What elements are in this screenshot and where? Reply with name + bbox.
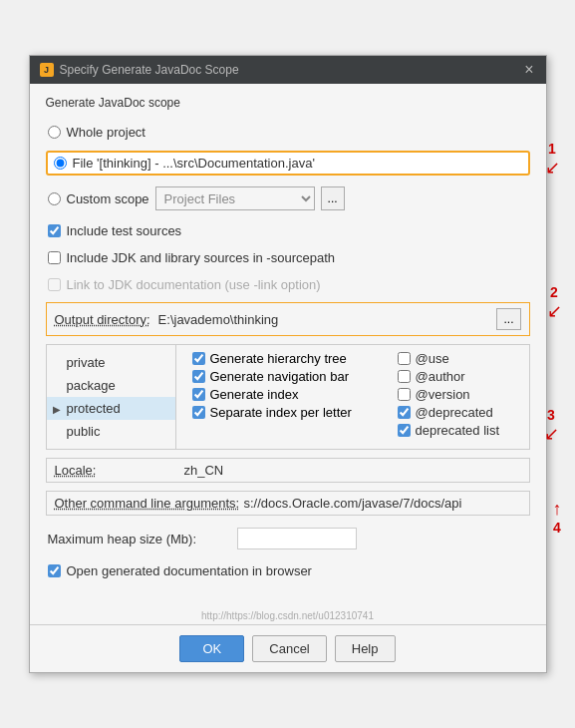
ok-button[interactable]: OK xyxy=(179,635,244,662)
include-jdk-label: Include JDK and library sources in -sour… xyxy=(67,250,336,265)
gen-navbar-checkbox[interactable] xyxy=(192,370,205,383)
output-browse-button[interactable]: ... xyxy=(496,308,520,330)
cmdline-row: Other command line arguments: xyxy=(46,491,530,516)
visibility-panel: private package ▶ protected public xyxy=(47,345,176,449)
close-button[interactable]: × xyxy=(522,62,535,78)
dialog-window: J Specify Generate JavaDoc Scope × Gener… xyxy=(29,55,547,673)
deprecated-list-label: deprecated list xyxy=(416,423,500,438)
locale-input[interactable] xyxy=(184,463,521,478)
custom-scope-radio[interactable] xyxy=(48,192,61,205)
gen-index-row: Generate index xyxy=(192,387,374,402)
annotation-2: 2 ↙ xyxy=(547,284,562,322)
visibility-public[interactable]: public xyxy=(47,420,175,443)
include-jdk-checkbox[interactable] xyxy=(48,251,61,264)
group-label: Generate JavaDoc scope xyxy=(46,96,530,110)
annotation-3: 3 ↙ xyxy=(544,407,559,445)
at-author-row: @author xyxy=(398,369,521,384)
gen-index-label: Generate index xyxy=(210,387,299,402)
locale-row: Locale: xyxy=(46,458,530,483)
sep-index-row: Separate index per letter xyxy=(192,405,374,420)
dialog-title: Specify Generate JavaDoc Scope xyxy=(60,63,239,77)
at-options-wrapper: @use @author @version @deprecated xyxy=(390,345,529,449)
at-use-row: @use xyxy=(398,351,521,366)
title-bar: J Specify Generate JavaDoc Scope × xyxy=(30,56,546,84)
dialog-icon: J xyxy=(40,63,54,77)
options-panel: Generate hierarchy tree Generate navigat… xyxy=(184,345,382,449)
custom-scope-row: Custom scope Project Files ... xyxy=(46,183,530,213)
button-row: OK Cancel Help xyxy=(30,624,546,672)
at-version-row: @version xyxy=(398,387,521,402)
cancel-button[interactable]: Cancel xyxy=(252,635,326,662)
middle-section: private package ▶ protected public Gener… xyxy=(46,344,530,450)
output-section: Output directory: ... xyxy=(46,302,530,336)
visibility-package[interactable]: package xyxy=(47,374,175,397)
visibility-private[interactable]: private xyxy=(47,351,175,374)
whole-project-radio[interactable] xyxy=(48,126,61,139)
at-deprecated-label: @deprecated xyxy=(416,405,493,420)
open-browser-label: Open generated documentation in browser xyxy=(67,563,312,578)
locale-label: Locale: xyxy=(55,463,184,478)
include-jdk-row: Include JDK and library sources in -sour… xyxy=(46,248,530,267)
link-jdk-row: Link to JDK documentation (use -link opt… xyxy=(46,275,530,294)
include-test-checkbox[interactable] xyxy=(48,224,61,237)
help-button[interactable]: Help xyxy=(335,635,396,662)
link-jdk-label: Link to JDK documentation (use -link opt… xyxy=(67,277,321,292)
at-author-checkbox[interactable] xyxy=(398,370,411,383)
sep-index-label: Separate index per letter xyxy=(210,405,352,420)
cmdline-input[interactable] xyxy=(244,496,521,511)
output-label: Output directory: xyxy=(55,312,150,327)
link-jdk-checkbox[interactable] xyxy=(48,278,61,291)
open-browser-row: Open generated documentation in browser xyxy=(46,561,530,580)
heap-row: Maximum heap size (Mb): xyxy=(46,524,530,553)
at-author-label: @author xyxy=(416,369,465,384)
gen-hierarchy-row: Generate hierarchy tree xyxy=(192,351,374,366)
cmdline-label: Other command line arguments: xyxy=(55,496,244,511)
gen-hierarchy-checkbox[interactable] xyxy=(192,352,205,365)
selected-arrow: ▶ xyxy=(53,403,61,414)
file-scope-radio[interactable] xyxy=(54,157,67,170)
gen-navbar-label: Generate navigation bar xyxy=(210,369,349,384)
at-deprecated-row: @deprecated xyxy=(398,405,521,420)
at-version-label: @version xyxy=(416,387,470,402)
scope-browse-button[interactable]: ... xyxy=(321,186,345,210)
output-wrapper: Output directory: ... 2 ↙ xyxy=(46,302,530,336)
open-browser-checkbox[interactable] xyxy=(48,564,61,577)
cmdline-wrapper: Other command line arguments: ↑ 4 xyxy=(46,491,530,516)
scope-dropdown[interactable]: Project Files xyxy=(155,186,315,210)
watermark-text: http://https://blog.csdn.net/u012310741 xyxy=(30,607,546,624)
output-input[interactable] xyxy=(158,312,489,327)
include-test-label: Include test sources xyxy=(67,223,182,238)
custom-scope-label: Custom scope xyxy=(67,191,149,206)
visibility-protected[interactable]: ▶ protected xyxy=(47,397,175,420)
dialog-content: Generate JavaDoc scope Whole project Fil… xyxy=(30,84,546,607)
deprecated-list-row: deprecated list xyxy=(398,423,521,438)
at-deprecated-checkbox[interactable] xyxy=(398,406,411,419)
gen-navbar-row: Generate navigation bar xyxy=(192,369,374,384)
deprecated-list-checkbox[interactable] xyxy=(398,424,411,437)
heap-label: Maximum heap size (Mb): xyxy=(48,532,237,546)
at-use-checkbox[interactable] xyxy=(398,352,411,365)
gen-hierarchy-label: Generate hierarchy tree xyxy=(210,351,347,366)
at-use-label: @use xyxy=(416,351,449,366)
title-bar-left: J Specify Generate JavaDoc Scope xyxy=(40,63,239,77)
gen-index-checkbox[interactable] xyxy=(192,388,205,401)
heap-input[interactable] xyxy=(237,528,357,549)
annotation-1: 1 ↙ xyxy=(545,141,560,179)
include-test-row: Include test sources xyxy=(46,221,530,240)
file-scope-label: File '[thinking] - ...\src\Documentation… xyxy=(73,156,315,171)
annotation-4: ↑ 4 xyxy=(553,499,562,536)
whole-project-label: Whole project xyxy=(67,125,145,140)
whole-project-row: Whole project xyxy=(46,122,530,143)
sep-index-checkbox[interactable] xyxy=(192,406,205,419)
at-options-panel: @use @author @version @deprecated xyxy=(390,345,529,444)
at-version-checkbox[interactable] xyxy=(398,388,411,401)
file-scope-row: File '[thinking] - ...\src\Documentation… xyxy=(46,151,530,176)
